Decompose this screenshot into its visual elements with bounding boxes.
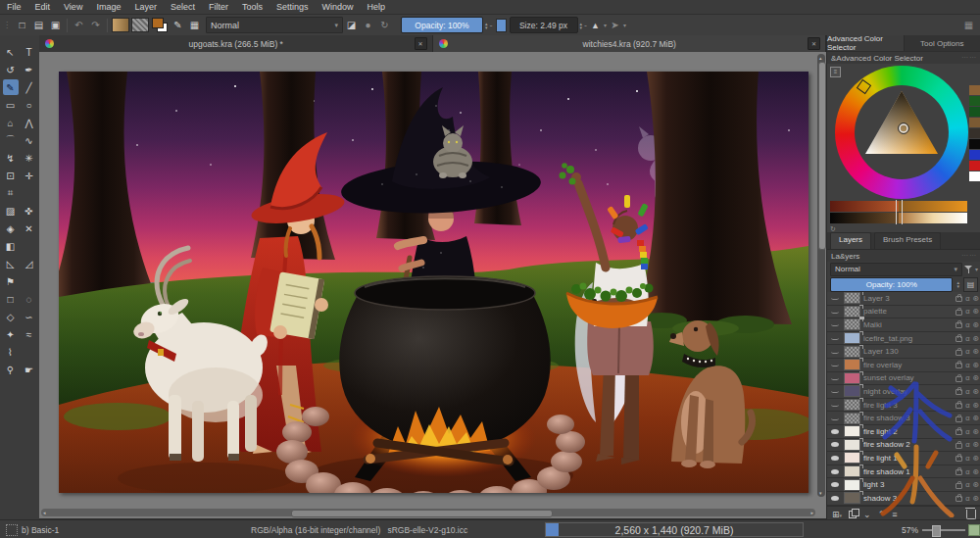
layer-gear-icon[interactable]: ⊛ — [973, 480, 979, 489]
menu-help[interactable]: Help — [361, 0, 393, 14]
history-swatch-5[interactable] — [969, 139, 980, 149]
alpha-inherit-icon[interactable]: α — [965, 440, 969, 449]
move-layer-up-icon[interactable]: ⌃ — [878, 510, 886, 519]
history-swatch-2[interactable] — [969, 107, 980, 117]
layer-row[interactable]: Layer 3α⊛ — [827, 292, 980, 306]
layer-row[interactable]: fire light 3α⊛ — [827, 399, 980, 413]
layer-gear-icon[interactable]: ⊛ — [973, 440, 979, 449]
alpha-inherit-icon[interactable]: α — [965, 294, 969, 303]
visibility-toggle[interactable] — [829, 403, 841, 407]
history-swatch-7[interactable] — [969, 161, 980, 171]
visibility-toggle[interactable] — [829, 322, 841, 326]
selection-status-icon[interactable] — [6, 524, 18, 536]
lock-icon[interactable] — [956, 496, 962, 502]
preset-dot-icon[interactable]: ● — [361, 18, 375, 32]
redo-icon[interactable]: ↷ — [88, 18, 103, 32]
layer-gear-icon[interactable]: ⊛ — [973, 334, 979, 343]
tool-polygon[interactable]: ⌂ — [3, 115, 19, 130]
tool-line[interactable]: ╱ — [22, 79, 37, 95]
menu-view[interactable]: View — [57, 0, 89, 14]
layer-gear-icon[interactable]: ⊛ — [973, 467, 979, 476]
refresh-icon[interactable]: ↻ — [830, 225, 836, 233]
lock-icon[interactable] — [956, 322, 962, 328]
menu-select[interactable]: Select — [164, 0, 202, 14]
layer-row[interactable]: fire shadow 3α⊛ — [827, 412, 980, 425]
layer-row[interactable]: Malkiα⊛ — [827, 318, 980, 332]
tool-similar-color-select[interactable]: ✦ — [3, 326, 19, 342]
lock-icon[interactable] — [956, 483, 962, 489]
layer-gear-icon[interactable]: ⊛ — [973, 427, 979, 436]
add-layer-icon[interactable]: ⊞▾ — [832, 510, 842, 519]
lock-icon[interactable] — [956, 310, 962, 316]
gradient-chooser[interactable] — [112, 18, 129, 32]
tool-zoom[interactable]: ⚲ — [3, 362, 19, 377]
layer-opacity-spinner[interactable]: ▴▾ — [956, 280, 959, 288]
menu-filter[interactable]: Filter — [202, 0, 235, 14]
vertical-scrollbar-thumb[interactable] — [818, 62, 826, 250]
alpha-inherit-icon[interactable]: α — [965, 494, 969, 503]
layer-gear-icon[interactable]: ⊛ — [973, 454, 979, 463]
tool-crop[interactable]: ⌗ — [3, 185, 19, 201]
tab-brush-presets[interactable]: Brush Presets — [874, 232, 941, 249]
tool-calligraphy[interactable]: ✒ — [22, 62, 37, 77]
tool-smart-patch[interactable]: ✕ — [22, 220, 37, 236]
brush-size-slider[interactable]: Size: 2.49 px — [510, 17, 578, 33]
layer-filter-icon[interactable] — [964, 265, 973, 273]
lock-icon[interactable] — [956, 350, 962, 356]
history-swatch-4[interactable] — [969, 128, 980, 138]
visibility-toggle[interactable] — [829, 456, 841, 461]
lock-icon[interactable] — [956, 456, 962, 462]
lock-icon[interactable] — [956, 389, 962, 395]
tool-dynamic-brush[interactable]: ↯ — [3, 150, 19, 166]
close-icon[interactable]: ✕ — [415, 37, 427, 50]
layer-row[interactable]: sunset overlayα⊛ — [827, 372, 980, 386]
menu-settings[interactable]: Settings — [270, 0, 316, 14]
tool-transform[interactable]: ⊡ — [3, 168, 19, 183]
toolbar-drag-handle[interactable]: ⋮ — [0, 21, 14, 29]
chevron-down-icon[interactable]: ▾ — [604, 22, 607, 28]
visibility-toggle[interactable] — [829, 429, 841, 434]
tool-ellipse[interactable]: ○ — [22, 97, 37, 113]
fg-bg-color-chooser[interactable] — [152, 18, 168, 32]
tool-rect-select[interactable]: □ — [3, 291, 19, 307]
tool-select-shapes[interactable]: ↖ — [3, 44, 19, 60]
tool-polygon-select[interactable]: ◇ — [3, 309, 19, 324]
visibility-toggle[interactable] — [829, 496, 841, 501]
layer-gear-icon[interactable]: ⊛ — [973, 361, 979, 369]
menu-layer[interactable]: Layer — [127, 0, 164, 14]
lock-icon[interactable] — [956, 403, 962, 409]
layer-gear-icon[interactable]: ⊛ — [973, 373, 979, 382]
save-document-icon[interactable]: ▣ — [48, 18, 63, 32]
lock-icon[interactable] — [956, 336, 962, 342]
alpha-inherit-icon[interactable]: α — [965, 414, 969, 422]
move-layer-down-icon[interactable]: ⌄ — [863, 510, 871, 519]
tool-magnetic-select[interactable]: ⌇ — [3, 344, 19, 360]
tab-witchies4[interactable]: witchies4.kra (920.7 MiB) ✕ — [433, 35, 827, 52]
layer-gear-icon[interactable]: ⊛ — [973, 414, 979, 422]
eraser-mode-icon[interactable]: ◪ — [344, 18, 359, 32]
alpha-inherit-icon[interactable]: α — [965, 361, 969, 369]
tool-move[interactable]: ✛ — [22, 168, 37, 183]
history-swatch-3[interactable] — [969, 118, 980, 127]
alpha-inherit-icon[interactable]: α — [965, 347, 969, 356]
layer-gear-icon[interactable]: ⊛ — [973, 347, 979, 356]
lock-icon[interactable] — [956, 469, 962, 475]
visibility-toggle[interactable] — [829, 376, 841, 380]
horizontal-scrollbar[interactable]: ◂ ▸ — [41, 509, 815, 516]
alpha-inherit-icon[interactable]: α — [965, 467, 969, 476]
tool-assistants[interactable]: ◿ — [22, 256, 37, 271]
hue-ring[interactable] — [835, 66, 968, 199]
docker-handle-dots[interactable]: ⋯⋯ — [961, 54, 977, 62]
layer-row[interactable]: Layer 130α⊛ — [827, 345, 980, 359]
history-swatch-6[interactable] — [969, 150, 980, 160]
layer-row[interactable]: paletteα⊛ — [827, 306, 980, 319]
tool-multibrush[interactable]: ✳ — [22, 150, 37, 166]
zoom-slider-thumb[interactable] — [932, 525, 941, 537]
pattern-chooser[interactable] — [131, 18, 149, 32]
undo-icon[interactable]: ↶ — [72, 18, 86, 32]
tool-freehand-select[interactable]: ∽ — [22, 309, 37, 324]
menu-file[interactable]: File — [0, 0, 28, 14]
history-swatch-8[interactable] — [969, 171, 980, 181]
layer-gear-icon[interactable]: ⊛ — [973, 401, 979, 410]
visibility-toggle[interactable] — [829, 416, 841, 420]
